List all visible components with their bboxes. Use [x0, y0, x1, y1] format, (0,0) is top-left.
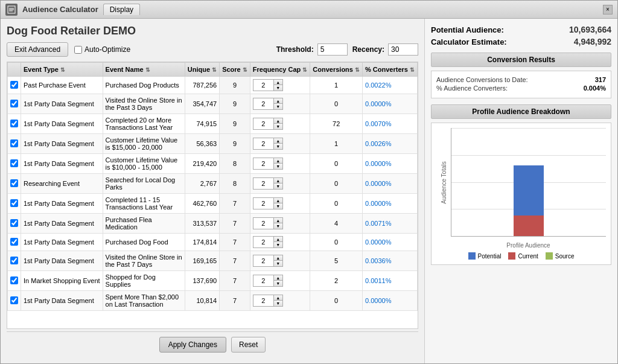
- row-event-name: Purchased Dog Food: [103, 234, 185, 251]
- col-freq-cap[interactable]: Frequency Cap ⇅: [250, 63, 310, 77]
- pct-link[interactable]: 0.0000%: [365, 100, 391, 107]
- freq-up-8[interactable]: ▲: [274, 237, 282, 242]
- controls-left: Exit Advanced Auto-Optimize: [7, 42, 130, 57]
- row-checkbox-5[interactable]: [10, 179, 18, 187]
- freq-up-0[interactable]: ▲: [274, 80, 282, 85]
- left-panel: Dog Food Retailer DEMO Exit Advanced Aut…: [1, 19, 424, 363]
- freq-down-0[interactable]: ▼: [274, 85, 282, 91]
- freq-control-2[interactable]: 2 ▲ ▼: [253, 118, 283, 130]
- reset-button[interactable]: Reset: [231, 337, 266, 353]
- row-checkbox-0[interactable]: [10, 81, 18, 89]
- row-unique: 10,814: [185, 291, 219, 311]
- row-checkbox-9[interactable]: [10, 257, 18, 264]
- row-checkbox-3[interactable]: [10, 139, 18, 147]
- freq-down-11[interactable]: ▼: [274, 301, 282, 306]
- freq-down-10[interactable]: ▼: [274, 281, 282, 286]
- row-pct-converters: 0.0000%: [363, 234, 418, 251]
- freq-control-7[interactable]: 2 ▲ ▼: [253, 217, 283, 229]
- freq-up-5[interactable]: ▲: [274, 178, 282, 184]
- freq-control-6[interactable]: 2 ▲ ▼: [253, 197, 283, 209]
- freq-control-5[interactable]: 2 ▲ ▼: [253, 177, 283, 190]
- pct-link[interactable]: 0.0011%: [365, 277, 391, 284]
- freq-control-11[interactable]: 2 ▲ ▼: [253, 295, 283, 307]
- row-conversions: 4: [310, 214, 363, 234]
- main-window: Audience Calculator Display × Dog Food R…: [0, 0, 618, 364]
- freq-up-2[interactable]: ▲: [274, 118, 282, 124]
- col-event-type[interactable]: Event Type ⇅: [21, 63, 103, 77]
- row-checkbox-11[interactable]: [10, 296, 18, 304]
- freq-control-8[interactable]: 2 ▲ ▼: [253, 236, 283, 248]
- freq-down-4[interactable]: ▼: [274, 164, 282, 169]
- recency-input[interactable]: [388, 43, 418, 56]
- row-score: 9: [220, 94, 250, 114]
- freq-up-6[interactable]: ▲: [274, 198, 282, 203]
- col-unique[interactable]: Unique ⇅: [185, 63, 219, 77]
- freq-down-8[interactable]: ▼: [274, 242, 282, 247]
- freq-down-5[interactable]: ▼: [274, 184, 282, 189]
- auto-optimize-checkbox[interactable]: [74, 46, 82, 54]
- audience-conversions-label: Audience Conversions to Date:: [436, 76, 528, 83]
- freq-arrows: ▲ ▼: [273, 275, 282, 286]
- row-check-cell: [8, 134, 21, 154]
- freq-up-3[interactable]: ▲: [274, 138, 282, 144]
- freq-up-11[interactable]: ▲: [274, 295, 282, 301]
- freq-control-3[interactable]: 2 ▲ ▼: [253, 138, 283, 150]
- display-tab[interactable]: Display: [103, 4, 140, 15]
- freq-down-7[interactable]: ▼: [274, 223, 282, 229]
- col-conversions[interactable]: Conversions ⇅: [310, 63, 363, 77]
- col-score[interactable]: Score ⇅: [220, 63, 250, 77]
- row-checkbox-4[interactable]: [10, 159, 18, 167]
- pct-link[interactable]: 0.0070%: [365, 120, 391, 127]
- freq-control-9[interactable]: 2 ▲ ▼: [253, 255, 283, 267]
- freq-down-6[interactable]: ▼: [274, 203, 282, 209]
- row-pct-converters: 0.0011%: [363, 271, 418, 291]
- row-checkbox-7[interactable]: [10, 219, 18, 227]
- col-pct-converters[interactable]: % Converters ⇅: [363, 63, 418, 77]
- pct-link[interactable]: 0.0000%: [365, 180, 391, 187]
- freq-up-9[interactable]: ▲: [274, 255, 282, 261]
- data-table-container: Event Type ⇅ Event Name ⇅ Unique ⇅ Score…: [7, 62, 418, 329]
- freq-control-0[interactable]: 2 ▲ ▼: [253, 79, 283, 91]
- pct-link[interactable]: 0.0071%: [365, 220, 391, 227]
- freq-control-1[interactable]: 2 ▲ ▼: [253, 98, 283, 110]
- freq-down-1[interactable]: ▼: [274, 104, 282, 109]
- row-conversions: 1: [310, 77, 363, 94]
- row-event-name: Customer Lifetime Value is $15,000 - 20,…: [103, 134, 185, 154]
- freq-arrows: ▲ ▼: [273, 198, 282, 209]
- threshold-input[interactable]: [317, 43, 348, 56]
- freq-control-10[interactable]: 2 ▲ ▼: [253, 275, 283, 287]
- freq-arrows: ▲ ▼: [273, 218, 282, 229]
- titlebar: Audience Calculator Display ×: [1, 1, 617, 19]
- row-checkbox-2[interactable]: [10, 120, 18, 127]
- freq-down-9[interactable]: ▼: [274, 261, 282, 266]
- pct-link[interactable]: 0.0022%: [365, 81, 391, 89]
- row-checkbox-6[interactable]: [10, 199, 18, 207]
- row-pct-converters: 0.0000%: [363, 194, 418, 214]
- col-event-name[interactable]: Event Name ⇅: [103, 63, 185, 77]
- pct-link[interactable]: 0.0036%: [365, 257, 391, 264]
- close-button[interactable]: ×: [603, 5, 613, 14]
- freq-arrows: ▲ ▼: [273, 255, 282, 266]
- pct-link[interactable]: 0.0000%: [365, 160, 391, 167]
- row-unique: 56,363: [185, 134, 219, 154]
- legend-source: Source: [546, 252, 575, 260]
- freq-up-10[interactable]: ▲: [274, 275, 282, 281]
- pct-link[interactable]: 0.0026%: [365, 140, 391, 147]
- row-checkbox-8[interactable]: [10, 238, 18, 246]
- exit-advanced-button[interactable]: Exit Advanced: [7, 42, 68, 57]
- pct-link[interactable]: 0.0000%: [365, 297, 391, 304]
- row-event-name: Visited the Online Store in the Past 7 D…: [103, 251, 185, 271]
- row-score: 7: [220, 234, 250, 251]
- freq-down-2[interactable]: ▼: [274, 124, 282, 129]
- pct-link[interactable]: 0.0000%: [365, 238, 391, 246]
- pct-link[interactable]: 0.0000%: [365, 200, 391, 207]
- freq-down-3[interactable]: ▼: [274, 144, 282, 149]
- freq-up-4[interactable]: ▲: [274, 158, 282, 164]
- freq-control-4[interactable]: 2 ▲ ▼: [253, 158, 283, 170]
- row-checkbox-1[interactable]: [10, 100, 18, 107]
- freq-up-1[interactable]: ▲: [274, 98, 282, 104]
- row-freq-cap: 2 ▲ ▼: [250, 251, 310, 271]
- row-checkbox-10[interactable]: [10, 276, 18, 284]
- freq-up-7[interactable]: ▲: [274, 218, 282, 223]
- apply-changes-button[interactable]: Apply Changes: [159, 337, 226, 353]
